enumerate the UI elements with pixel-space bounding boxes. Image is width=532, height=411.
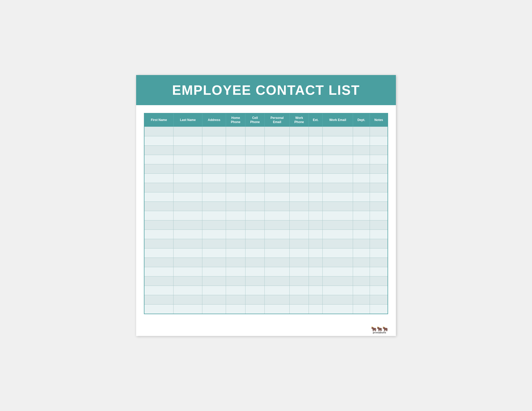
col-header-address: Address	[202, 113, 226, 127]
table-cell	[226, 230, 245, 239]
table-cell	[202, 276, 226, 286]
table-cell	[174, 127, 202, 136]
table-cell	[226, 192, 245, 201]
table-cell	[202, 286, 226, 295]
table-cell	[353, 304, 370, 314]
col-header-personal-email: PersonalEmail	[265, 113, 290, 127]
table-cell	[144, 173, 174, 183]
table-row	[144, 286, 388, 295]
table-cell	[245, 276, 265, 286]
table-cell	[289, 286, 309, 295]
table-cell	[370, 127, 388, 136]
table-cell	[353, 239, 370, 248]
table-cell	[245, 258, 265, 267]
table-cell	[353, 136, 370, 145]
table-cell	[289, 164, 309, 173]
table-cell	[322, 304, 353, 314]
table-cell	[309, 220, 323, 230]
table-cell	[309, 127, 323, 136]
content: First Name Last Name Address HomePhone C…	[136, 105, 396, 325]
table-cell	[309, 304, 323, 314]
table-cell	[202, 230, 226, 239]
table-cell	[265, 145, 290, 155]
table-cell	[245, 230, 265, 239]
table-cell	[309, 276, 323, 286]
table-cell	[289, 136, 309, 145]
table-row	[144, 248, 388, 258]
table-cell	[144, 230, 174, 239]
table-cell	[353, 145, 370, 155]
table-cell	[226, 164, 245, 173]
table-cell	[265, 276, 290, 286]
table-cell	[226, 295, 245, 304]
table-cell	[370, 145, 388, 155]
table-cell	[309, 192, 323, 201]
col-header-home-phone: HomePhone	[226, 113, 245, 127]
table-cell	[289, 239, 309, 248]
table-cell	[309, 201, 323, 211]
table-cell	[289, 276, 309, 286]
table-cell	[322, 230, 353, 239]
table-cell	[245, 192, 265, 201]
table-cell	[144, 295, 174, 304]
table-cell	[353, 286, 370, 295]
table-cell	[226, 183, 245, 192]
table-cell	[226, 267, 245, 276]
table-cell	[144, 211, 174, 220]
table-cell	[265, 201, 290, 211]
table-row	[144, 136, 388, 145]
table-cell	[245, 220, 265, 230]
col-header-work-email: Work Email	[322, 113, 353, 127]
table-cell	[174, 248, 202, 258]
table-cell	[265, 211, 290, 220]
table-row	[144, 211, 388, 220]
table-cell	[322, 239, 353, 248]
table-cell	[289, 304, 309, 314]
table-cell	[245, 211, 265, 220]
table-cell	[144, 248, 174, 258]
table-cell	[370, 164, 388, 173]
table-cell	[144, 127, 174, 136]
table-cell	[144, 201, 174, 211]
table-row	[144, 127, 388, 136]
table-cell	[226, 239, 245, 248]
table-row	[144, 192, 388, 201]
table-cell	[174, 211, 202, 220]
table-cell	[370, 192, 388, 201]
table-cell	[245, 145, 265, 155]
table-cell	[174, 286, 202, 295]
table-cell	[202, 295, 226, 304]
col-header-cell-phone: CellPhone	[245, 113, 265, 127]
table-cell	[322, 192, 353, 201]
table-cell	[245, 286, 265, 295]
table-cell	[309, 145, 323, 155]
table-row	[144, 267, 388, 276]
table-cell	[202, 145, 226, 155]
table-cell	[174, 173, 202, 183]
brand-icon: 🐂🐂🐂	[371, 327, 388, 331]
col-header-first-name: First Name	[144, 113, 174, 127]
table-cell	[174, 155, 202, 164]
table-row	[144, 220, 388, 230]
table-cell	[289, 211, 309, 220]
table-cell	[289, 295, 309, 304]
table-cell	[322, 267, 353, 276]
table-cell	[309, 258, 323, 267]
table-cell	[265, 183, 290, 192]
table-cell	[353, 295, 370, 304]
table-cell	[353, 201, 370, 211]
table-cell	[226, 136, 245, 145]
table-cell	[289, 145, 309, 155]
table-row	[144, 295, 388, 304]
table-cell	[245, 295, 265, 304]
table-cell	[370, 248, 388, 258]
table-cell	[289, 267, 309, 276]
table-cell	[322, 136, 353, 145]
table-cell	[353, 164, 370, 173]
table-cell	[265, 136, 290, 145]
table-row	[144, 145, 388, 155]
table-cell	[245, 248, 265, 258]
table-cell	[353, 127, 370, 136]
table-cell	[309, 230, 323, 239]
table-cell	[265, 286, 290, 295]
